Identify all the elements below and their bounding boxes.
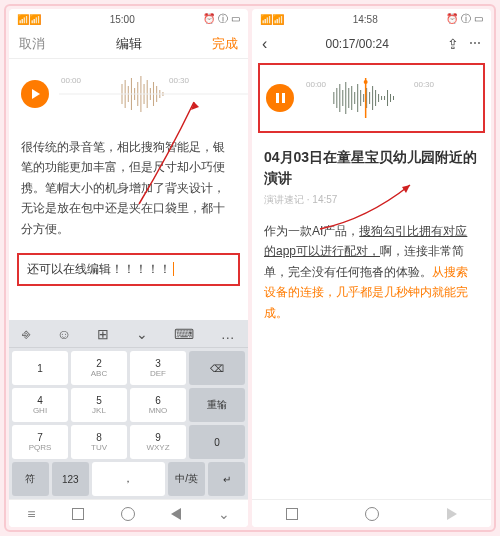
tick: 00:00 xyxy=(306,80,326,89)
status-icons: ⏰ ⓘ ▭ xyxy=(203,12,240,26)
kb-tool[interactable]: ⌨ xyxy=(174,326,194,342)
kb-tool[interactable]: ⊞ xyxy=(97,326,109,342)
transcript-text: 很传统的录音笔，相比搜狗智能足，银笔的功能更加丰富，但是尺寸却小巧便携。笔帽大小… xyxy=(9,129,248,247)
waveform[interactable]: 00:00 00:30 xyxy=(304,78,483,118)
svg-point-37 xyxy=(364,80,368,84)
tick: 00:30 xyxy=(414,80,434,89)
key-123[interactable]: 123 xyxy=(52,462,89,496)
key-4[interactable]: 4GHI xyxy=(12,388,68,422)
kb-tool[interactable]: ⌄ xyxy=(136,326,148,342)
recording-meta: 演讲速记 · 14:57 xyxy=(252,193,491,213)
share-button[interactable]: ⇪ xyxy=(447,36,459,52)
editor-header: 取消 编辑 完成 xyxy=(9,29,248,59)
kb-tool[interactable]: ☺ xyxy=(57,326,71,342)
play-button[interactable] xyxy=(21,80,49,108)
clock: 15:00 xyxy=(110,14,135,25)
signal: 📶📶 xyxy=(260,14,284,25)
phone-left: 📶📶 15:00 ⏰ ⓘ ▭ 取消 编辑 完成 00:00 00:30 xyxy=(9,9,248,527)
key-clear[interactable]: 重输 xyxy=(189,388,245,422)
kb-tool[interactable]: ⎆ xyxy=(22,326,30,342)
key-lang[interactable]: 中/英 xyxy=(168,462,205,496)
keyboard-toolbar: ⎆ ☺ ⊞ ⌄ ⌨ … xyxy=(9,320,248,348)
status-icons: ⏰ ⓘ ▭ xyxy=(446,12,483,26)
key-1[interactable]: 1 xyxy=(12,351,68,385)
status-bar: 📶📶 15:00 ⏰ ⓘ ▭ xyxy=(9,9,248,29)
player-header: ‹ 00:17/00:24 ⇪ ⋯ xyxy=(252,29,491,59)
nav-menu-icon[interactable]: ≡ xyxy=(27,506,35,522)
key-space[interactable]: ， xyxy=(92,462,166,496)
key-2[interactable]: 2ABC xyxy=(71,351,127,385)
clock: 14:58 xyxy=(353,14,378,25)
transcript-text: 作为一款AI产品，搜狗勾引比拥有对应的app可以进行配对，啊，连接非常简单，完全… xyxy=(252,213,491,331)
key-enter[interactable]: ↵ xyxy=(208,462,245,496)
android-nav xyxy=(252,499,491,527)
header-title: 编辑 xyxy=(116,35,142,53)
key-9[interactable]: 9WXYZ xyxy=(130,425,186,459)
timer: 00:17/00:24 xyxy=(325,37,388,51)
phone-right: 📶📶 14:58 ⏰ ⓘ ▭ ‹ 00:17/00:24 ⇪ ⋯ 00:00 0… xyxy=(252,9,491,527)
nav-recent-icon[interactable] xyxy=(72,508,84,520)
key-3[interactable]: 3DEF xyxy=(130,351,186,385)
status-bar: 📶📶 14:58 ⏰ ⓘ ▭ xyxy=(252,9,491,29)
tick: 00:00 xyxy=(61,76,81,85)
done-button[interactable]: 完成 xyxy=(212,35,238,53)
nav-back-icon[interactable] xyxy=(171,508,181,520)
nav-home-icon[interactable] xyxy=(365,507,379,521)
key-8[interactable]: 8TUV xyxy=(71,425,127,459)
nav-back-icon[interactable] xyxy=(447,508,457,520)
key-5[interactable]: 5JKL xyxy=(71,388,127,422)
waveform[interactable]: 00:00 00:30 xyxy=(59,74,248,114)
keyboard: ⎆ ☺ ⊞ ⌄ ⌨ … 1 2ABC 3DEF ⌫ 4GHI 5JKL 6MNO… xyxy=(9,320,248,499)
nav-recent-icon[interactable] xyxy=(286,508,298,520)
recording-title: 04月03日在童星宝贝幼儿园附近的演讲 xyxy=(252,137,491,193)
tick: 00:30 xyxy=(169,76,189,85)
more-button[interactable]: ⋯ xyxy=(469,36,481,52)
back-button[interactable]: ‹ xyxy=(262,35,267,53)
key-6[interactable]: 6MNO xyxy=(130,388,186,422)
waveform-area: 00:00 00:30 xyxy=(258,63,485,133)
edit-input-row[interactable]: 还可以在线编辑！！！！！ xyxy=(17,253,240,286)
kb-tool[interactable]: … xyxy=(221,326,235,342)
key-backspace[interactable]: ⌫ xyxy=(189,351,245,385)
waveform-area: 00:00 00:30 xyxy=(9,59,248,129)
android-nav: ≡ ⌄ xyxy=(9,499,248,527)
edit-text: 还可以在线编辑！！！！！ xyxy=(27,261,171,278)
cancel-button[interactable]: 取消 xyxy=(19,35,45,53)
signal: 📶📶 xyxy=(17,14,41,25)
pause-button[interactable] xyxy=(266,84,294,112)
key-symbol[interactable]: 符 xyxy=(12,462,49,496)
key-0[interactable]: 0 xyxy=(189,425,245,459)
nav-kb-icon[interactable]: ⌄ xyxy=(218,506,230,522)
nav-home-icon[interactable] xyxy=(121,507,135,521)
key-7[interactable]: 7PQRS xyxy=(12,425,68,459)
